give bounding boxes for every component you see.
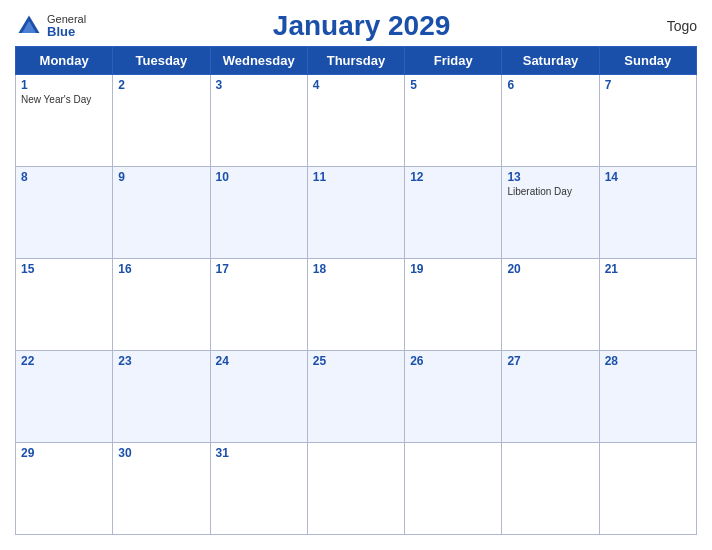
day-number: 22	[21, 354, 107, 368]
day-number: 15	[21, 262, 107, 276]
calendar-cell: 14	[599, 167, 696, 259]
calendar-cell: 12	[405, 167, 502, 259]
logo: General Blue	[15, 12, 86, 40]
col-monday: Monday	[16, 47, 113, 75]
calendar-week-row: 15161718192021	[16, 259, 697, 351]
calendar-cell: 8	[16, 167, 113, 259]
day-number: 9	[118, 170, 204, 184]
day-number: 7	[605, 78, 691, 92]
calendar-cell	[599, 443, 696, 535]
calendar-week-row: 22232425262728	[16, 351, 697, 443]
calendar-cell: 11	[307, 167, 404, 259]
calendar-cell: 4	[307, 75, 404, 167]
calendar-cell: 10	[210, 167, 307, 259]
calendar-cell: 24	[210, 351, 307, 443]
day-number: 31	[216, 446, 302, 460]
day-number: 4	[313, 78, 399, 92]
calendar-cell: 9	[113, 167, 210, 259]
calendar-cell: 6	[502, 75, 599, 167]
logo-text: General Blue	[47, 13, 86, 39]
calendar-cell: 23	[113, 351, 210, 443]
col-thursday: Thursday	[307, 47, 404, 75]
day-number: 23	[118, 354, 204, 368]
col-wednesday: Wednesday	[210, 47, 307, 75]
calendar-cell: 3	[210, 75, 307, 167]
calendar-cell: 13Liberation Day	[502, 167, 599, 259]
calendar-cell: 28	[599, 351, 696, 443]
calendar-cell: 21	[599, 259, 696, 351]
calendar-week-row: 1New Year's Day234567	[16, 75, 697, 167]
calendar-cell: 18	[307, 259, 404, 351]
calendar-cell: 5	[405, 75, 502, 167]
day-number: 30	[118, 446, 204, 460]
calendar-cell: 26	[405, 351, 502, 443]
calendar-cell: 29	[16, 443, 113, 535]
day-number: 3	[216, 78, 302, 92]
day-number: 5	[410, 78, 496, 92]
calendar-cell: 1New Year's Day	[16, 75, 113, 167]
day-number: 29	[21, 446, 107, 460]
calendar-cell: 2	[113, 75, 210, 167]
country-label: Togo	[637, 18, 697, 34]
day-number: 16	[118, 262, 204, 276]
calendar-cell: 20	[502, 259, 599, 351]
calendar-cell: 25	[307, 351, 404, 443]
day-number: 19	[410, 262, 496, 276]
day-number: 17	[216, 262, 302, 276]
day-number: 20	[507, 262, 593, 276]
calendar-title: January 2029	[86, 10, 637, 42]
day-number: 21	[605, 262, 691, 276]
day-number: 8	[21, 170, 107, 184]
day-number: 18	[313, 262, 399, 276]
day-number: 2	[118, 78, 204, 92]
calendar-cell: 22	[16, 351, 113, 443]
holiday-name: Liberation Day	[507, 186, 593, 197]
calendar-cell	[405, 443, 502, 535]
col-saturday: Saturday	[502, 47, 599, 75]
day-number: 13	[507, 170, 593, 184]
calendar-cell: 27	[502, 351, 599, 443]
logo-blue-label: Blue	[47, 25, 86, 39]
day-number: 10	[216, 170, 302, 184]
calendar-cell: 17	[210, 259, 307, 351]
day-number: 24	[216, 354, 302, 368]
calendar-cell: 16	[113, 259, 210, 351]
day-number: 27	[507, 354, 593, 368]
top-bar: General Blue January 2029 Togo	[15, 10, 697, 42]
calendar-cell: 19	[405, 259, 502, 351]
day-number: 28	[605, 354, 691, 368]
calendar-week-row: 8910111213Liberation Day14	[16, 167, 697, 259]
col-friday: Friday	[405, 47, 502, 75]
day-number: 6	[507, 78, 593, 92]
col-tuesday: Tuesday	[113, 47, 210, 75]
general-blue-logo-icon	[15, 12, 43, 40]
day-number: 11	[313, 170, 399, 184]
holiday-name: New Year's Day	[21, 94, 107, 105]
calendar-cell: 7	[599, 75, 696, 167]
header-row: Monday Tuesday Wednesday Thursday Friday…	[16, 47, 697, 75]
day-number: 26	[410, 354, 496, 368]
day-number: 1	[21, 78, 107, 92]
day-number: 14	[605, 170, 691, 184]
calendar-cell	[307, 443, 404, 535]
day-number: 25	[313, 354, 399, 368]
calendar-cell: 15	[16, 259, 113, 351]
calendar-table: Monday Tuesday Wednesday Thursday Friday…	[15, 46, 697, 535]
col-sunday: Sunday	[599, 47, 696, 75]
calendar-cell	[502, 443, 599, 535]
calendar-cell: 30	[113, 443, 210, 535]
calendar-cell: 31	[210, 443, 307, 535]
day-number: 12	[410, 170, 496, 184]
calendar-week-row: 293031	[16, 443, 697, 535]
